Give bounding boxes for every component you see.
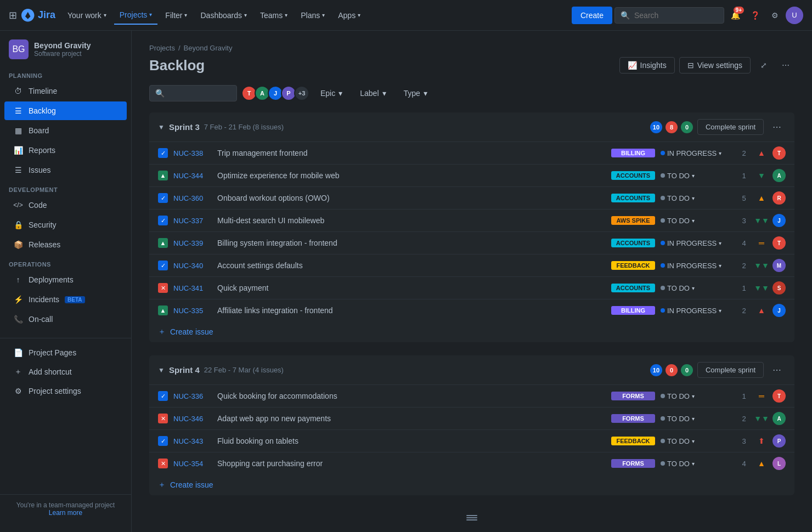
issue-row[interactable]: ▲ NUC-335 Affiliate links integration - … <box>149 299 794 321</box>
issue-type-icon: ▲ <box>158 171 168 180</box>
issue-row[interactable]: ✓ NUC-338 Trip management frontend BILLI… <box>149 142 794 164</box>
issue-status[interactable]: TO DO ▾ <box>661 194 732 202</box>
notifications-button[interactable]: 🔔 9+ <box>726 7 744 24</box>
issue-status[interactable]: TO DO ▾ <box>661 392 732 400</box>
issue-row[interactable]: ✓ NUC-343 Fluid booking on tablets FEEDB… <box>149 429 794 452</box>
create-button[interactable]: Create <box>572 7 612 24</box>
fullscreen-button[interactable]: ⤢ <box>755 56 772 74</box>
sidebar-item-timeline[interactable]: ⏱ Timeline <box>4 82 127 100</box>
issue-assignee: L <box>772 457 786 470</box>
nav-your-work[interactable]: Your work ▾ <box>62 7 112 24</box>
issue-status[interactable]: TO DO ▾ <box>661 415 732 423</box>
issue-assignee: R <box>772 191 786 205</box>
sidebar-item-oncall[interactable]: 📞 On-call <box>4 310 127 329</box>
sprint4-toggle[interactable]: ▼ <box>158 366 165 374</box>
settings-button[interactable]: ⚙ <box>766 7 783 24</box>
nav-dashboards[interactable]: Dashboards ▾ <box>195 7 252 24</box>
sprint3-toggle[interactable]: ▼ <box>158 123 165 131</box>
issue-row[interactable]: ▲ NUC-339 Billing system integration - f… <box>149 231 794 254</box>
issue-summary: Onboard workout options (OWO) <box>217 194 606 202</box>
insights-button[interactable]: 📈 Insights <box>619 57 675 73</box>
timeline-icon: ⏱ <box>13 86 23 96</box>
issue-status[interactable]: IN PROGRESS ▾ <box>661 239 732 247</box>
issue-row[interactable]: ✓ NUC-340 Account settings defaults FEED… <box>149 254 794 276</box>
nav-filter[interactable]: Filter ▾ <box>160 7 193 24</box>
sidebar-item-board[interactable]: ▦ Board <box>4 121 127 140</box>
more-options-button[interactable]: ⋯ <box>777 56 794 74</box>
sprint4-section: ▼ Sprint 4 22 Feb - 7 Mar (4 issues) 10 … <box>149 355 794 495</box>
issue-label: BILLING <box>611 306 655 315</box>
issue-status[interactable]: TO DO ▾ <box>661 437 732 445</box>
sprint3-more-button[interactable]: ⋯ <box>768 120 786 134</box>
issue-row[interactable]: ✕ NUC-354 Shopping cart purchasing error… <box>149 452 794 474</box>
breadcrumb-projects-link[interactable]: Projects <box>149 44 175 52</box>
issue-key: NUC-360 <box>173 194 212 202</box>
sidebar-item-security[interactable]: 🔒 Security <box>4 216 127 234</box>
issue-status[interactable]: TO DO ▾ <box>661 460 732 468</box>
issue-label: FORMS <box>611 414 655 423</box>
issue-status[interactable]: IN PROGRESS ▾ <box>661 307 732 315</box>
resize-handle[interactable] <box>149 508 794 527</box>
user-avatar[interactable]: U <box>786 7 803 24</box>
epic-filter[interactable]: Epic ▾ <box>314 86 349 101</box>
priority-icon: ▲ <box>756 458 767 469</box>
sidebar-item-project-settings[interactable]: ⚙ Project settings <box>4 382 127 400</box>
search-icon: 🔍 <box>621 11 630 20</box>
issue-assignee: T <box>772 236 786 250</box>
type-filter[interactable]: Type ▾ <box>397 86 434 101</box>
nav-teams[interactable]: Teams ▾ <box>255 7 293 24</box>
issue-status[interactable]: IN PROGRESS ▾ <box>661 262 732 270</box>
issue-status[interactable]: TO DO ▾ <box>661 284 732 292</box>
issue-row[interactable]: ✓ NUC-336 Quick booking for accommodatio… <box>149 384 794 407</box>
sprint4-more-button[interactable]: ⋯ <box>768 363 786 377</box>
sidebar-item-deployments[interactable]: ↑ Deployments <box>4 270 127 289</box>
breadcrumb: Projects / Beyond Gravity <box>149 44 794 52</box>
help-button[interactable]: ❓ <box>746 7 764 24</box>
issue-status[interactable]: TO DO ▾ <box>661 172 732 180</box>
view-settings-button[interactable]: ⊟ View settings <box>679 57 751 73</box>
search-input[interactable] <box>634 11 718 20</box>
issue-row[interactable]: ✕ NUC-346 Adapt web app no new payments … <box>149 407 794 429</box>
sprint4-dates: 22 Feb - 7 Mar (4 issues) <box>204 366 284 374</box>
issue-search-box[interactable]: 🔍 <box>149 85 237 101</box>
sidebar-item-backlog[interactable]: ☰ Backlog <box>4 101 127 120</box>
nav-apps[interactable]: Apps ▾ <box>332 7 366 24</box>
sidebar-item-code[interactable]: </> Code <box>4 196 127 214</box>
status-dot <box>661 439 665 443</box>
sprint3-complete-button[interactable]: Complete sprint <box>697 119 764 135</box>
jira-logo[interactable]: Jira <box>21 9 55 22</box>
status-dot <box>661 218 665 223</box>
svg-rect-1 <box>466 517 477 518</box>
sidebar-item-issues[interactable]: ☰ Issues <box>4 161 127 179</box>
nav-plans[interactable]: Plans ▾ <box>295 7 330 24</box>
issue-row[interactable]: ✓ NUC-337 Multi-dest search UI mobileweb… <box>149 209 794 231</box>
breadcrumb-project-name[interactable]: Beyond Gravity <box>184 44 233 52</box>
search-box[interactable]: 🔍 <box>614 7 724 24</box>
grid-icon[interactable]: ⊞ <box>9 9 17 21</box>
nav-projects[interactable]: Projects ▾ <box>114 6 158 25</box>
sidebar-item-project-pages[interactable]: 📄 Project Pages <box>4 343 127 362</box>
sprint3-create-issue[interactable]: ＋ Create issue <box>149 321 794 342</box>
issue-status[interactable]: IN PROGRESS ▾ <box>661 149 732 157</box>
learn-more-link[interactable]: Learn more <box>49 509 82 517</box>
priority-icon: ▲ <box>756 148 767 159</box>
sprint4-create-issue[interactable]: ＋ Create issue <box>149 474 794 495</box>
sidebar-item-add-shortcut[interactable]: ＋ Add shortcut <box>4 363 127 381</box>
sidebar-item-releases[interactable]: 📦 Releases <box>4 235 127 254</box>
issue-type-icon: ✓ <box>158 193 168 203</box>
sprint4-complete-button[interactable]: Complete sprint <box>697 362 764 378</box>
issue-status[interactable]: TO DO ▾ <box>661 217 732 225</box>
issue-row[interactable]: ✓ NUC-360 Onboard workout options (OWO) … <box>149 186 794 209</box>
page-title: Backlog <box>149 57 205 74</box>
issue-row[interactable]: ▲ NUC-344 Optimize experience for mobile… <box>149 164 794 186</box>
label-filter[interactable]: Label ▾ <box>353 86 392 101</box>
sidebar-item-incidents[interactable]: ⚡ Incidents BETA <box>4 290 127 309</box>
priority-icon: ▼▼ <box>756 260 767 271</box>
avatar-extra[interactable]: +3 <box>294 86 309 101</box>
insights-chart-icon: 📈 <box>628 61 637 70</box>
sidebar-item-reports[interactable]: 📊 Reports <box>4 141 127 160</box>
issue-search-input[interactable] <box>168 89 231 98</box>
issue-row[interactable]: ✕ NUC-341 Quick payment ACCOUNTS TO DO ▾… <box>149 276 794 299</box>
issue-assignee: T <box>772 146 786 160</box>
issue-type-icon: ✓ <box>158 436 168 446</box>
